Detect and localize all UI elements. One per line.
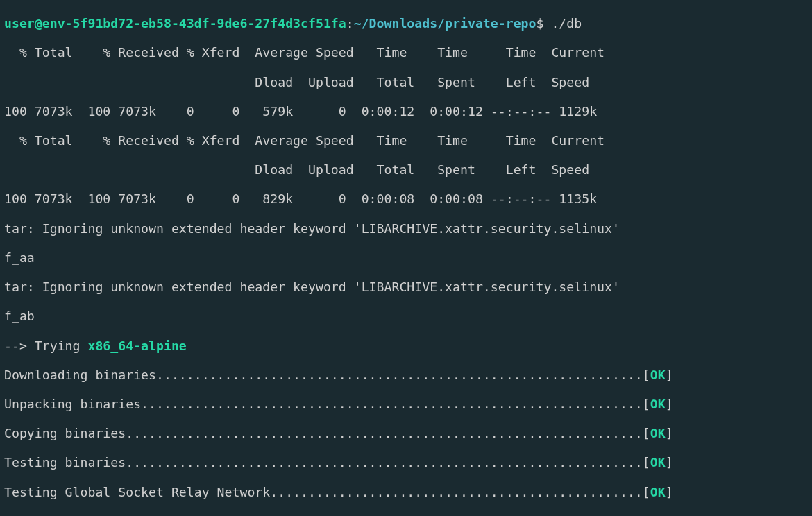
br-3: ] xyxy=(666,426,673,440)
ok-4: OK xyxy=(650,455,666,470)
test-line: Testing binaries........................… xyxy=(4,455,808,470)
prompt-host: env-5f91bd72-eb58-43df-9de6-27f4d3cf51fa xyxy=(42,16,346,31)
br-1: ] xyxy=(666,368,673,382)
download-line: Downloading binaries....................… xyxy=(4,368,808,382)
prompt-dollar-1: $ xyxy=(536,16,552,31)
prompt-at: @ xyxy=(35,16,42,31)
line-prompt-1: user@env-5f91bd72-eb58-43df-9de6-27f4d3c… xyxy=(4,16,808,31)
ok-2: OK xyxy=(650,397,666,411)
ok-5: OK xyxy=(650,485,666,499)
tar-warning-1: tar: Ignoring unknown extended header ke… xyxy=(4,221,808,236)
curl-header-1b: Dload Upload Total Spent Left Speed xyxy=(4,75,808,89)
unpack-line: Unpacking binaries......................… xyxy=(4,397,808,411)
file-ab: f_ab xyxy=(4,309,808,323)
copy-text: Copying binaries........................… xyxy=(4,426,650,440)
test-text: Testing binaries........................… xyxy=(4,455,650,470)
prompt-user: user xyxy=(4,16,35,31)
trying-line: --> Trying x86_64-alpine xyxy=(4,338,808,353)
arch-label: x86_64-alpine xyxy=(87,338,186,353)
curl-row-1: 100 7073k 100 7073k 0 0 579k 0 0:00:12 0… xyxy=(4,104,808,119)
copy-line: Copying binaries........................… xyxy=(4,426,808,440)
curl-header-1a: % Total % Received % Xferd Average Speed… xyxy=(4,45,808,60)
ok-3: OK xyxy=(650,426,666,440)
test-gsn-line: Testing Global Socket Relay Network.....… xyxy=(4,485,808,499)
unpack-text: Unpacking binaries......................… xyxy=(4,397,650,411)
br-4: ] xyxy=(666,455,673,470)
prompt-colon-1: : xyxy=(346,16,354,31)
br-2: ] xyxy=(666,397,673,411)
arrow-1: --> xyxy=(4,338,35,353)
trying-label: Trying xyxy=(35,338,88,353)
test-gsn-text: Testing Global Socket Relay Network.....… xyxy=(4,485,650,499)
ok-1: OK xyxy=(650,368,666,382)
terminal-output[interactable]: user@env-5f91bd72-eb58-43df-9de6-27f4d3c… xyxy=(0,0,812,516)
curl-header-2b: Dload Upload Total Spent Left Speed xyxy=(4,162,808,177)
curl-header-2a: % Total % Received % Xferd Average Speed… xyxy=(4,133,808,148)
tar-warning-2: tar: Ignoring unknown extended header ke… xyxy=(4,280,808,294)
br-5: ] xyxy=(666,485,673,499)
cmd-run-db: ./db xyxy=(551,16,582,31)
file-aa: f_aa xyxy=(4,250,808,265)
curl-row-2: 100 7073k 100 7073k 0 0 829k 0 0:00:08 0… xyxy=(4,191,808,206)
prompt-path-1: ~/Downloads/private-repo xyxy=(354,16,536,31)
download-text: Downloading binaries....................… xyxy=(4,368,650,382)
